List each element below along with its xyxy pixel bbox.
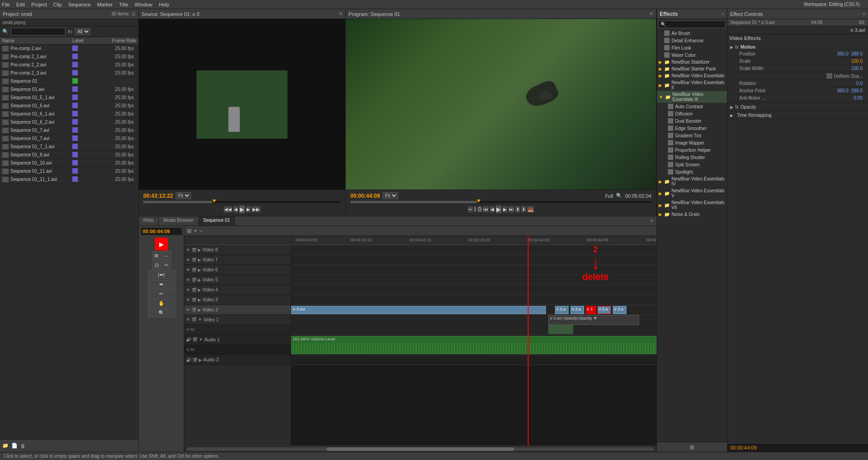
audio1-mute[interactable]: M (191, 347, 194, 352)
effects-split-screen[interactable]: Split Screen (657, 161, 727, 168)
menu-file[interactable]: File (2, 2, 10, 7)
timeline-panel-close[interactable]: ✕ (647, 216, 656, 225)
list-item[interactable]: Sequence 01_6.avi25.00 fps (0, 102, 138, 110)
expand-v1[interactable]: ▼ (198, 317, 202, 322)
effects-gradient-tint[interactable]: Gradient Tint (657, 132, 727, 139)
effects-rolling-shutter[interactable]: Rolling Shutter (657, 154, 727, 161)
program-progress-bar[interactable] (350, 201, 651, 203)
list-item[interactable]: Sequence 01_8.avi25.00 fps (0, 151, 138, 159)
effects-folder-ve7[interactable]: ▶📁NewBlue Video Essentials VII (657, 199, 727, 211)
selection-tool[interactable]: ▶ (155, 238, 168, 250)
razor-tool[interactable]: ✂ (162, 261, 171, 270)
ec-rotation-value[interactable]: 0.0 (856, 81, 863, 86)
source-fit-select[interactable]: Fit (176, 192, 191, 199)
ec-position-x[interactable]: 360.0 (837, 51, 848, 56)
rate-stretch-tool[interactable]: ⊡ (152, 261, 161, 270)
list-item[interactable]: Pre-comp 2_2.avi25.00 fps (0, 61, 138, 69)
expand-v3[interactable]: ▶ (198, 298, 201, 302)
prog-next-edit[interactable]: ⏭ (509, 206, 514, 212)
effects-folder-ve5[interactable]: ▶📁NewBlue Video Essentials V (657, 187, 727, 199)
source-play-fwd[interactable]: ▶ (246, 206, 251, 212)
slip-tool[interactable]: |⬌| (148, 270, 175, 279)
prog-loop[interactable]: ↩ (468, 206, 473, 212)
expand-v6[interactable]: ▶ (198, 268, 201, 272)
list-item[interactable]: Sequence 01_6_1.avi25.00 fps (0, 110, 138, 118)
tab-histo[interactable]: Histo (139, 216, 159, 225)
menu-help[interactable]: Help (159, 2, 169, 7)
timeline-scrollbar[interactable] (184, 445, 656, 452)
effects-folder-stabilizer[interactable]: ▶📁NewBlue Stabilizer (657, 59, 727, 65)
effects-diffusion[interactable]: Diffusion (657, 110, 727, 117)
effects-water-color[interactable]: Water Color (657, 51, 727, 59)
expand-a2[interactable]: ▶ (199, 358, 202, 362)
expand-v2[interactable]: ▶ (198, 308, 201, 312)
effects-search-input[interactable] (658, 20, 726, 28)
slide-tool[interactable]: ⬌ (148, 280, 175, 289)
prog-prev-edit[interactable]: ⏮ (483, 206, 489, 212)
video2-clip-s5[interactable]: o 3.a (613, 306, 626, 314)
video2-clip-main[interactable]: o 3.avi (291, 306, 546, 314)
list-item[interactable]: Sequence 01 (0, 77, 138, 85)
ec-time-remap-triangle[interactable]: ▶ (730, 113, 733, 118)
prog-step-fwd[interactable]: ▶ (503, 206, 507, 212)
prog-extract[interactable]: ⬇ (521, 206, 526, 212)
list-item[interactable]: Sequence 01_11_1.avi25.00 fps (0, 175, 138, 184)
hand-tool[interactable]: ✋ (148, 299, 175, 308)
list-item[interactable]: Pre-comp 2_1.avi25.00 fps (0, 53, 138, 61)
menu-window[interactable]: Window (135, 2, 152, 7)
video1-solo[interactable]: V (187, 327, 189, 332)
expand-v7[interactable]: ▶ (198, 258, 201, 262)
ec-scale-value[interactable]: 100.0 (851, 59, 863, 64)
rolling-edit-tool[interactable]: ↔ (161, 251, 171, 260)
program-fit-select[interactable]: Fit (383, 192, 398, 199)
source-step-back[interactable]: ◀◀ (224, 206, 232, 212)
panel-menu-icon[interactable]: ☰ (131, 11, 136, 16)
prog-mark-in[interactable]: I (474, 206, 476, 212)
effects-film-look[interactable]: Film Look (657, 44, 727, 51)
menu-edit[interactable]: Edit (16, 2, 25, 7)
video2-clip-s1[interactable]: o 3.a (555, 306, 569, 314)
effects-image-mapper[interactable]: Image Mapper (657, 139, 727, 146)
in-select[interactable]: All (75, 28, 91, 35)
effects-edge-smoother[interactable]: Edge Smoother (657, 125, 727, 132)
source-step-fwd[interactable]: ▶▶ (252, 206, 260, 212)
pen-tool[interactable]: ✏ (148, 290, 175, 298)
delete-icon[interactable]: 🗑 (20, 443, 25, 449)
source-play-back[interactable]: ◀ (233, 206, 238, 212)
program-monitor-close[interactable]: ✕ (649, 11, 653, 17)
add-track-icon[interactable]: + (194, 228, 197, 234)
video1-mute[interactable]: M (191, 327, 194, 332)
effects-auto-contrast[interactable]: Auto Contrast (657, 103, 727, 110)
prog-play[interactable]: ▶ (496, 205, 501, 213)
effects-folder-ve3[interactable]: ▼📁NewBlue Video Essentials III (657, 91, 727, 103)
list-item[interactable]: Sequence 01.avi25.00 fps (0, 85, 138, 94)
menu-sequence[interactable]: Sequence (68, 2, 91, 7)
prog-export[interactable]: 📤 (527, 206, 534, 212)
new-bin-icon[interactable]: 📁 (2, 443, 9, 449)
effects-folder-noise[interactable]: ▶📁Noise & Grain (657, 211, 727, 218)
expand-v4[interactable]: ▶ (198, 288, 201, 292)
ec-uniform-checkbox[interactable] (827, 73, 832, 79)
prog-mark-out[interactable]: O (478, 206, 482, 212)
list-item[interactable]: Sequence 01_10.avi25.00 fps (0, 159, 138, 167)
effects-dual-booster[interactable]: Dual Booster (657, 117, 727, 125)
tab-sequence[interactable]: Sequence 01 (199, 216, 235, 225)
expand-v8[interactable]: ▶ (198, 248, 201, 252)
list-item[interactable]: Sequence 01_6_2.avi25.00 fps (0, 118, 138, 126)
effects-folder-ve2[interactable]: ▶📁NewBlue Video Essentials II (657, 79, 727, 91)
ripple-edit-tool[interactable]: ⊞ (152, 251, 161, 260)
menu-marker[interactable]: Marker (97, 2, 112, 7)
ec-scale-width-value[interactable]: 100.0 (851, 66, 863, 71)
audio1-solo[interactable]: S (187, 347, 189, 352)
video2-clip-s4[interactable]: o 3.a (597, 306, 611, 314)
effects-proportion-helper[interactable]: Proportion Helper (657, 146, 727, 154)
ec-anti-flicker-value[interactable]: 0.00 (854, 95, 863, 100)
audio1-clip[interactable]: 001.MP3 Volume:Level (291, 336, 656, 354)
ec-panel-close[interactable]: ≡ (863, 11, 865, 16)
list-item[interactable]: Sequence 01_11.avi25.00 fps (0, 167, 138, 175)
list-item[interactable]: Sequence 01_7.avi25.00 fps (0, 135, 138, 143)
new-item-icon[interactable]: 📄 (11, 443, 18, 449)
zoom-tool[interactable]: 🔍 (148, 309, 175, 317)
effects-footer-icon[interactable]: ⊞ (690, 444, 694, 450)
expand-v5[interactable]: ▶ (198, 278, 201, 282)
